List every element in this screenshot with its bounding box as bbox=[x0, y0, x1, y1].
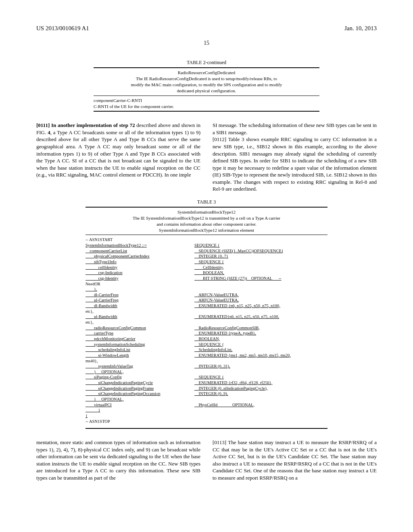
table-3-header-line: and contains information about other com… bbox=[86, 221, 327, 227]
table-2-header-line: The IE RadioResourceConfigDedicated is u… bbox=[94, 76, 319, 82]
table-2-continued: TABLE 2-continued RadioResourceConfigDed… bbox=[94, 59, 319, 112]
table-2-caption: TABLE 2-continued bbox=[94, 59, 319, 66]
table-2-header: RadioResourceConfigDedicated The IE Radi… bbox=[94, 67, 319, 96]
patent-number: US 2013/0010619 A1 bbox=[36, 24, 89, 32]
table-3-caption: TABLE 3 bbox=[86, 199, 327, 205]
left-column-bottom: mentation, more static and common types … bbox=[36, 439, 200, 481]
table-2-body-line: componentCarrier-C-RNTI bbox=[94, 98, 319, 104]
para-0112: [0112] Table 3 shows example RRC signali… bbox=[213, 136, 377, 192]
para-0111-c: , a Type A CC broadcasts some or all of … bbox=[36, 129, 200, 178]
page-header: US 2013/0010619 A1 Jan. 10, 2013 bbox=[36, 24, 377, 32]
right-column-bottom: [0113] The base station may instruct a U… bbox=[213, 439, 377, 481]
publication-date: Jan. 10, 2013 bbox=[344, 24, 377, 32]
page-number: 15 bbox=[36, 39, 377, 47]
table-2-header-line: dedicated physical configuration. bbox=[94, 88, 319, 94]
table-2-body-line: C-RNTI of the UE for the component carri… bbox=[94, 104, 319, 110]
step-ref: 72 bbox=[130, 122, 135, 128]
table-2-body: componentCarrier-C-RNTI C-RNTI of the UE… bbox=[94, 96, 319, 111]
table-3: TABLE 3 SystemInformationBlockType12 The… bbox=[86, 199, 327, 429]
table-3-header-line: The IE SystemInformationBlockType12 is t… bbox=[86, 215, 327, 221]
table-2-header-line: modify the MAC main configuration, to mo… bbox=[94, 82, 319, 88]
table-3-header-line: SystemInformationBlockType12 bbox=[86, 209, 327, 215]
left-column-top: [0111] In another implementation of step… bbox=[36, 122, 200, 192]
table-3-header: SystemInformationBlockType12 The IE Syst… bbox=[86, 207, 327, 235]
right-column-top: SI message. The scheduling information o… bbox=[213, 122, 377, 192]
table-3-header-line: SystemInformationBlockType12 information… bbox=[86, 227, 327, 233]
table-3-asn1: -- ASN1STARTSystemInformationBlockType12… bbox=[86, 235, 327, 428]
table-2-header-line: RadioResourceConfigDedicated bbox=[94, 70, 319, 76]
para-0113: [0113] The base station may instruct a U… bbox=[213, 439, 377, 481]
para-0111-a: [0111] In another implementation of step bbox=[36, 122, 130, 128]
para-continuation: mentation, more static and common types … bbox=[36, 439, 200, 481]
para-0111-d: SI message. The scheduling information o… bbox=[213, 122, 377, 136]
